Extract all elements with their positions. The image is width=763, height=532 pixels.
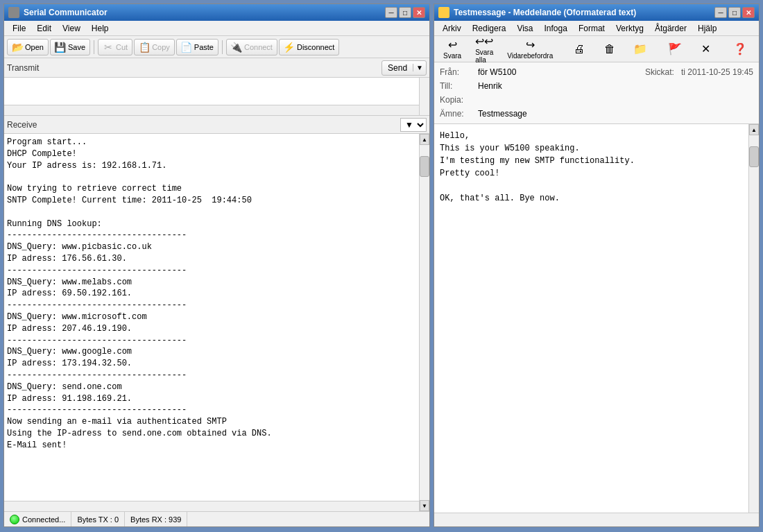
transmit-scrollbar-h[interactable] <box>4 105 419 115</box>
email-menu-redigera[interactable]: Redigera <box>467 22 512 35</box>
serial-minimize-button[interactable]: ─ <box>385 7 397 18</box>
print-button[interactable]: 🖨 <box>565 37 594 61</box>
cut-button[interactable]: ✂ Cut <box>98 39 132 55</box>
serial-titlebar-controls: ─ □ ✕ <box>385 7 425 18</box>
vidarebefordra-icon: ↪ <box>522 38 538 51</box>
disconnect-icon: ⚡ <box>284 42 295 53</box>
receive-scroll-down[interactable]: ▼ <box>420 500 429 511</box>
cc-row: Kopia: <box>440 93 753 107</box>
serial-status-bar: Connected... Bytes TX : 0 Bytes RX : 939 <box>4 511 429 526</box>
transmit-label: Transmit <box>7 63 379 73</box>
receive-scrollbar-h[interactable] <box>4 501 419 511</box>
send-label: Send <box>382 63 413 73</box>
email-header-area: Från: för W5100 Skickat: ti 2011-10-25 1… <box>434 62 759 124</box>
send-dropdown-arrow[interactable]: ▼ <box>413 64 426 71</box>
receive-content: Program start... DHCP Complete! Your IP … <box>4 134 419 501</box>
paste-icon: 📄 <box>181 42 192 53</box>
receive-scrollbar-v[interactable]: ▲ ▼ <box>419 134 429 511</box>
receive-scroll-up[interactable]: ▲ <box>420 134 429 145</box>
receive-area: Program start... DHCP Complete! Your IP … <box>4 134 429 511</box>
toolbar-sep-1 <box>94 40 94 54</box>
email-status-bar <box>434 513 759 526</box>
email-titlebar: Testmessage - Meddelande (Oformaterad te… <box>434 4 759 21</box>
open-icon: 📂 <box>12 42 23 53</box>
receive-scroll-thumb[interactable] <box>420 156 429 177</box>
help-icon: ❓ <box>732 42 748 56</box>
svara-icon: ↩ <box>444 38 461 51</box>
flag-button[interactable]: 🚩 <box>660 37 689 61</box>
receive-dropdown[interactable]: ▼ <box>400 118 427 132</box>
subject-row: Ämne: Testmessage <box>440 107 753 121</box>
receive-header: Receive ▼ <box>4 116 429 134</box>
disconnect-button[interactable]: ⚡ Disconnect <box>279 39 339 55</box>
email-scroll-thumb[interactable] <box>749 146 759 167</box>
svara-button[interactable]: ↩ Svara <box>437 37 468 61</box>
serial-menu-bar: File Edit View Help <box>4 21 429 36</box>
copy-icon: 📋 <box>139 42 150 53</box>
receive-label: Receive <box>7 120 400 130</box>
connection-indicator <box>10 515 19 524</box>
serial-maximize-button[interactable]: □ <box>399 7 411 18</box>
subject-value: Testmessage <box>478 109 527 119</box>
flag-icon: 🚩 <box>667 42 683 56</box>
menu-edit[interactable]: Edit <box>31 22 57 35</box>
transmit-scrollbar-v[interactable] <box>419 78 429 115</box>
menu-file[interactable]: File <box>7 22 31 35</box>
cc-label: Kopia: <box>440 95 478 105</box>
to-row: Till: Henrik <box>440 79 753 93</box>
status-bytes-tx: Bytes TX : 0 <box>71 512 125 526</box>
email-body-area: Hello, This is your W5100 speaking. I'm … <box>434 124 759 513</box>
email-window: Testmessage - Meddelande (Oformaterad te… <box>434 3 760 527</box>
vidarebefordra-button[interactable]: ↪ Vidarebefordra <box>501 37 559 61</box>
email-menu-visa[interactable]: Visa <box>511 22 538 35</box>
expand-button[interactable]: » <box>756 37 763 61</box>
close-email-button[interactable]: ✕ <box>691 37 720 61</box>
paste-button[interactable]: 📄 Paste <box>176 39 218 55</box>
email-menu-arkiv[interactable]: Arkiv <box>437 22 467 35</box>
email-menu-infoga[interactable]: Infoga <box>539 22 573 35</box>
connect-icon: 🔌 <box>231 42 242 53</box>
menu-view[interactable]: View <box>57 22 86 35</box>
email-title: Testmessage - Meddelande (Oformaterad te… <box>454 8 714 17</box>
save-icon: 💾 <box>55 42 66 53</box>
email-maximize-button[interactable]: □ <box>728 7 741 18</box>
toolbar-sep-2 <box>222 40 223 54</box>
help-button[interactable]: ❓ <box>726 37 755 61</box>
transmit-bar: Transmit Send ▼ <box>4 58 429 78</box>
email-minimize-button[interactable]: ─ <box>714 7 727 18</box>
to-value: Henrik <box>478 81 502 91</box>
email-menu-atgarder[interactable]: Åtgärder <box>649 22 692 35</box>
cut-icon: ✂ <box>103 42 114 53</box>
subject-label: Ämne: <box>440 109 478 119</box>
serial-app-icon <box>8 7 19 18</box>
to-label: Till: <box>440 81 478 91</box>
serial-titlebar: Serial Communicator ─ □ ✕ <box>4 4 429 21</box>
status-bytes-rx: Bytes RX : 939 <box>125 512 187 526</box>
menu-help[interactable]: Help <box>86 22 114 35</box>
email-toolbar: ↩ Svara ↩↩ Svara alla ↪ Vidarebefordra 🖨… <box>434 36 759 62</box>
serial-title: Serial Communicator <box>24 8 385 17</box>
email-app-icon <box>438 7 449 18</box>
email-titlebar-controls: ─ □ ✕ <box>714 7 755 18</box>
print-icon: 🖨 <box>571 42 588 56</box>
transmit-input-area <box>4 78 429 116</box>
email-scrollbar[interactable]: ▲ <box>748 124 759 513</box>
send-button[interactable]: Send ▼ <box>382 60 427 76</box>
move-button[interactable]: 📁 <box>626 37 655 61</box>
email-menu-verktyg[interactable]: Verktyg <box>610 22 649 35</box>
save-button[interactable]: 💾 Save <box>50 39 90 55</box>
serial-communicator-window: Serial Communicator ─ □ ✕ File Edit View… <box>3 3 430 527</box>
delete-button[interactable]: 🗑 <box>595 37 624 61</box>
email-scroll-up[interactable]: ▲ <box>749 124 759 135</box>
copy-button[interactable]: 📋 Copy <box>134 39 175 55</box>
email-close-button[interactable]: ✕ <box>742 7 755 18</box>
open-button[interactable]: 📂 Open <box>7 39 49 55</box>
connect-button[interactable]: 🔌 Connect <box>226 39 277 55</box>
close-email-icon: ✕ <box>697 42 714 56</box>
email-menu-hjalp[interactable]: Hjälp <box>692 22 722 35</box>
svara-alla-button[interactable]: ↩↩ Svara alla <box>469 37 499 61</box>
email-menu-format[interactable]: Format <box>573 22 610 35</box>
email-body-content: Hello, This is your W5100 speaking. I'm … <box>434 124 748 513</box>
status-connected: Connected... <box>4 512 71 526</box>
serial-close-button[interactable]: ✕ <box>413 7 425 18</box>
